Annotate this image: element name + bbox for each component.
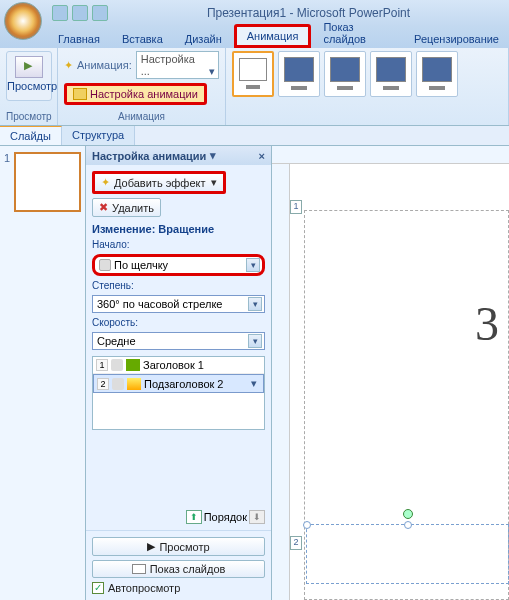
dropdown-icon[interactable]: ▾	[248, 377, 260, 390]
effect-row-2[interactable]: 2 Подзаголовок 2 ▾	[93, 374, 264, 393]
effect-type-icon	[126, 359, 140, 371]
play-label: Просмотр	[159, 541, 209, 553]
start-value: По щелчку	[114, 259, 168, 271]
slideshow-button[interactable]: Показ слайдов	[92, 560, 265, 578]
animation-label: Анимация:	[77, 59, 132, 71]
add-effect-label: Добавить эффект	[114, 177, 205, 189]
speed-label: Скорость:	[92, 317, 265, 328]
degree-label: Степень:	[92, 280, 265, 291]
qat-redo-icon[interactable]	[92, 5, 108, 21]
preview-label: Просмотр	[7, 80, 57, 92]
preview-button[interactable]: Просмотр	[6, 51, 52, 101]
office-button[interactable]	[4, 2, 42, 40]
degree-combo[interactable]: 360° по часовой стрелке ▾	[92, 295, 265, 313]
star-icon: ✦	[64, 59, 73, 72]
ribbon-group-transition	[226, 48, 509, 125]
add-effect-button[interactable]: ✦ Добавить эффект ▾	[92, 171, 226, 194]
dropdown-icon: ▾	[211, 176, 217, 189]
preview-icon	[15, 56, 43, 78]
tab-home[interactable]: Главная	[48, 30, 110, 48]
custom-anim-label: Настройка анимации	[90, 88, 198, 100]
tab-insert[interactable]: Вставка	[112, 30, 173, 48]
transition-4[interactable]	[416, 51, 458, 97]
pane-header: Настройка анимации ▾ ×	[86, 146, 271, 165]
effect-order: 1	[96, 359, 108, 371]
autopreview-checkbox[interactable]: ✓ Автопросмотр	[92, 582, 265, 594]
slide-text: 3	[475, 296, 499, 351]
tab-design[interactable]: Дизайн	[175, 30, 232, 48]
move-up-button[interactable]: ⬆	[186, 510, 202, 524]
transition-3[interactable]	[370, 51, 412, 97]
remove-effect-button[interactable]: ✖ Удалить	[92, 198, 161, 217]
anim-tag-1[interactable]: 1	[290, 200, 302, 214]
start-label: Начало:	[92, 239, 265, 250]
animation-select[interactable]: Настройка ...	[136, 51, 219, 79]
effect-order: 2	[97, 378, 109, 390]
effect-name: Заголовок 1	[143, 359, 204, 371]
effect-row-1[interactable]: 1 Заголовок 1	[93, 357, 264, 374]
resize-handle[interactable]	[303, 521, 311, 529]
transition-2[interactable]	[324, 51, 366, 97]
custom-anim-icon	[73, 88, 87, 100]
ruler-horizontal	[272, 146, 509, 164]
tab-slideshow[interactable]: Показ слайдов	[313, 18, 402, 48]
quick-access-toolbar	[52, 5, 108, 21]
autopreview-label: Автопросмотр	[108, 582, 180, 594]
reorder-controls: ⬆ Порядок ⬇	[92, 504, 265, 524]
window-title: Презентация1 - Microsoft PowerPoint	[108, 6, 509, 20]
ruler-vertical	[272, 164, 290, 600]
pane-menu-icon[interactable]: ▾	[210, 149, 216, 162]
play-icon: ▶	[147, 540, 155, 553]
rotate-handle[interactable]	[403, 509, 413, 519]
group-label-preview: Просмотр	[6, 111, 51, 122]
transition-1[interactable]	[278, 51, 320, 97]
add-effect-icon: ✦	[101, 176, 110, 189]
thumb-number: 1	[4, 152, 10, 164]
transition-none[interactable]	[232, 51, 274, 97]
remove-label: Удалить	[112, 202, 154, 214]
qat-save-icon[interactable]	[52, 5, 68, 21]
side-tabs: Слайды Структура	[0, 126, 509, 146]
slideshow-icon	[132, 564, 146, 574]
resize-handle[interactable]	[404, 521, 412, 529]
mouse-icon	[99, 259, 111, 271]
reorder-label: Порядок	[204, 511, 247, 523]
play-button[interactable]: ▶ Просмотр	[92, 537, 265, 556]
tab-outline[interactable]: Структура	[62, 126, 135, 145]
ribbon-group-preview: Просмотр Просмотр	[0, 48, 58, 125]
custom-animation-pane: Настройка анимации ▾ × ✦ Добавить эффект…	[86, 146, 272, 600]
degree-value: 360° по часовой стрелке	[97, 298, 222, 310]
pane-title: Настройка анимации	[92, 150, 206, 162]
ribbon-tabs: Главная Вставка Дизайн Анимация Показ сл…	[0, 26, 509, 48]
slide-thumbnails: 1	[0, 146, 86, 600]
tab-animation[interactable]: Анимация	[234, 24, 312, 48]
speed-value: Средне	[97, 335, 136, 347]
slide-thumb-1[interactable]	[14, 152, 81, 212]
speed-combo[interactable]: Средне ▾	[92, 332, 265, 350]
group-label-animation: Анимация	[64, 111, 219, 122]
slide-canvas: 1 3 2	[272, 146, 509, 600]
move-down-button[interactable]: ⬇	[249, 510, 265, 524]
checkbox-icon: ✓	[92, 582, 104, 594]
change-section-label: Изменение: Вращение	[92, 223, 265, 235]
effect-type-icon	[127, 378, 141, 390]
ribbon: Просмотр Просмотр ✦ Анимация: Настройка …	[0, 48, 509, 126]
selection-box[interactable]	[306, 524, 509, 584]
qat-undo-icon[interactable]	[72, 5, 88, 21]
effect-list: 1 Заголовок 1 2 Подзаголовок 2 ▾	[92, 356, 265, 430]
effect-name: Подзаголовок 2	[144, 378, 224, 390]
dropdown-icon[interactable]: ▾	[248, 334, 262, 348]
dropdown-icon[interactable]: ▾	[248, 297, 262, 311]
mouse-icon	[112, 378, 124, 390]
ribbon-group-animation: ✦ Анимация: Настройка ... Настройка аним…	[58, 48, 226, 125]
dropdown-icon[interactable]: ▾	[246, 258, 260, 272]
anim-tag-2[interactable]: 2	[290, 536, 302, 550]
tab-review[interactable]: Рецензирование	[404, 30, 509, 48]
custom-animation-button[interactable]: Настройка анимации	[64, 83, 207, 105]
start-combo[interactable]: По щелчку ▾	[92, 254, 265, 276]
tab-slides[interactable]: Слайды	[0, 126, 62, 145]
pane-close-icon[interactable]: ×	[259, 150, 265, 162]
slideshow-label: Показ слайдов	[150, 563, 226, 575]
remove-icon: ✖	[99, 201, 108, 214]
mouse-icon	[111, 359, 123, 371]
